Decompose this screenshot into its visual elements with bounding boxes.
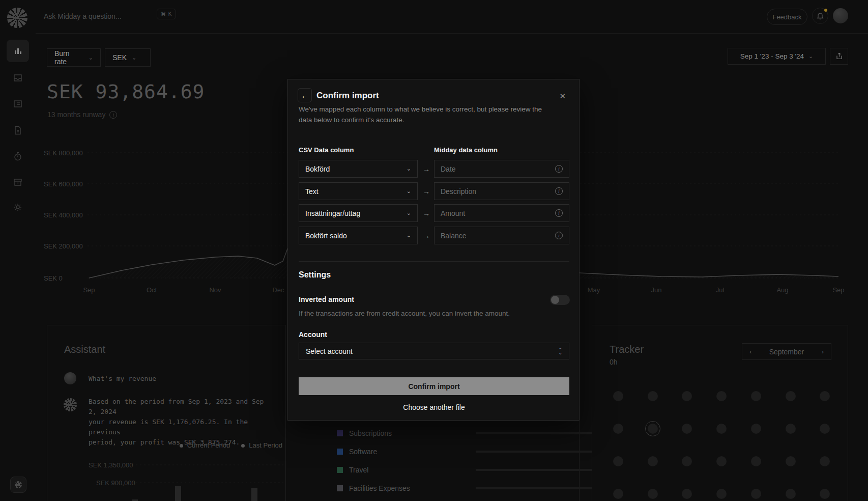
chart-y-tick: SEK 0 (44, 274, 105, 282)
csv-column-header: CSV Data column (299, 146, 354, 154)
spending-bar (476, 432, 592, 434)
tracker-day[interactable] (820, 456, 830, 466)
modal-description: We've mapped each column to what we beli… (299, 104, 549, 125)
chart-x-tick: Sep (83, 286, 95, 294)
arrow-right-icon: → (422, 232, 431, 240)
tracker-day[interactable] (613, 391, 623, 401)
tracker-day[interactable] (751, 456, 761, 466)
midday-column-field[interactable]: Amounti (434, 204, 569, 222)
csv-column-select[interactable]: Insättningar/uttag⌄ (299, 204, 418, 222)
settings-heading: Settings (299, 270, 331, 280)
inverted-amount-toggle[interactable] (550, 295, 570, 305)
tracker-day[interactable] (613, 456, 623, 466)
chart-x-tick: Aug (776, 286, 788, 294)
tracker-day[interactable] (613, 489, 623, 499)
chart-x-tick: Sep (832, 286, 844, 294)
spending-row[interactable]: Subscriptions (337, 430, 392, 437)
info-icon[interactable]: i (555, 209, 563, 217)
tracker-day[interactable] (751, 489, 761, 499)
chart-x-tick: Dec (272, 286, 284, 294)
spending-row[interactable]: Software (337, 448, 377, 455)
tracker-day[interactable] (716, 456, 727, 466)
choose-another-file-link[interactable]: Choose another file (288, 403, 580, 411)
back-button[interactable]: ← (298, 88, 312, 102)
category-color-icon (337, 449, 343, 455)
midday-column-field[interactable]: Balancei (434, 227, 569, 244)
info-icon[interactable]: i (555, 187, 563, 195)
chart-y-tick: SEK 600,000 (44, 180, 105, 188)
confirm-import-button[interactable]: Confirm import (299, 377, 569, 395)
bar (251, 488, 257, 501)
chart-x-tick: Oct (147, 286, 157, 294)
inverted-amount-help: If the transactions are from credit acco… (299, 310, 510, 317)
arrow-right-icon: → (422, 165, 431, 173)
midday-column-header: Midday data column (434, 146, 498, 154)
category-color-icon (337, 485, 343, 491)
tracker-day[interactable] (786, 489, 796, 499)
confirm-import-modal: ← Confirm import ✕ We've mapped each col… (287, 79, 580, 421)
tracker-day[interactable] (716, 489, 727, 499)
account-label: Account (299, 330, 327, 339)
inverted-amount-label: Inverted amount (299, 295, 354, 303)
tracker-day[interactable] (682, 391, 692, 401)
chart-x-tick: May (588, 286, 600, 294)
category-color-icon (337, 430, 343, 436)
tracker-day[interactable] (786, 391, 796, 401)
csv-column-select[interactable]: Text⌄ (299, 182, 418, 200)
chevron-down-icon: ⌄ (407, 232, 411, 239)
tracker-day[interactable] (716, 424, 727, 434)
divider (299, 261, 569, 262)
modal-title: Confirm import (316, 91, 379, 101)
arrow-right-icon: → (422, 209, 431, 217)
tracker-day[interactable] (716, 391, 727, 401)
account-select[interactable]: Select account ⌃⌄ (299, 343, 569, 359)
tracker-day[interactable] (820, 489, 830, 499)
tracker-panel: Tracker 0h ‹ September › (592, 325, 848, 501)
tracker-day[interactable] (820, 424, 830, 434)
category-color-icon (337, 467, 343, 473)
arrow-left-icon: ← (301, 91, 309, 100)
arrow-right-icon: → (422, 187, 431, 196)
tracker-day[interactable] (682, 456, 692, 466)
tracker-day[interactable] (682, 424, 692, 434)
chart-y-tick: SEK 200,000 (44, 242, 105, 250)
chevron-down-icon: ⌄ (407, 188, 411, 194)
tracker-day[interactable] (648, 424, 658, 434)
tracker-day[interactable] (648, 391, 658, 401)
spending-row[interactable]: Travel (337, 466, 368, 474)
tracker-day[interactable] (820, 391, 830, 401)
toggle-knob (551, 296, 559, 304)
chart-y-tick: SEK 800,000 (44, 149, 105, 157)
close-button[interactable]: ✕ (559, 92, 566, 101)
assistant-chart-grid (47, 325, 285, 501)
csv-column-select[interactable]: Bokförd⌄ (299, 160, 418, 178)
month-label[interactable]: September (769, 348, 804, 356)
chart-x-tick: Jun (651, 286, 662, 294)
midday-column-field[interactable]: Datei (434, 160, 569, 178)
tracker-day[interactable] (751, 391, 761, 401)
chevron-down-icon: ⌄ (407, 165, 411, 172)
tracker-day[interactable] (648, 489, 658, 499)
chevron-left-icon[interactable]: ‹ (749, 348, 751, 355)
tracker-title: Tracker (610, 344, 644, 355)
info-icon[interactable]: i (555, 165, 563, 173)
tracker-day[interactable] (786, 424, 796, 434)
info-icon[interactable]: i (555, 232, 563, 239)
assistant-panel: Assistant What's my revenue Based on the… (47, 325, 286, 501)
tracker-total-hours: 0h (610, 358, 618, 366)
chart-x-tick: Nov (209, 286, 221, 294)
month-navigator: ‹ September › (742, 343, 831, 360)
chevron-right-icon[interactable]: › (822, 348, 824, 355)
chevron-up-down-icon: ⌃⌄ (558, 348, 562, 354)
bar (175, 486, 181, 501)
midday-column-field[interactable]: Descriptioni (434, 182, 569, 200)
csv-column-select[interactable]: Bokfört saldo⌄ (299, 227, 418, 244)
tracker-day[interactable] (682, 489, 692, 499)
tracker-day[interactable] (786, 456, 796, 466)
spending-row[interactable]: Facilities Expenses (337, 485, 410, 492)
tracker-day[interactable] (751, 424, 761, 434)
chart-y-tick: SEK 400,000 (44, 211, 105, 219)
spending-bar (476, 469, 592, 471)
tracker-day[interactable] (648, 456, 658, 466)
tracker-day[interactable] (613, 424, 623, 434)
